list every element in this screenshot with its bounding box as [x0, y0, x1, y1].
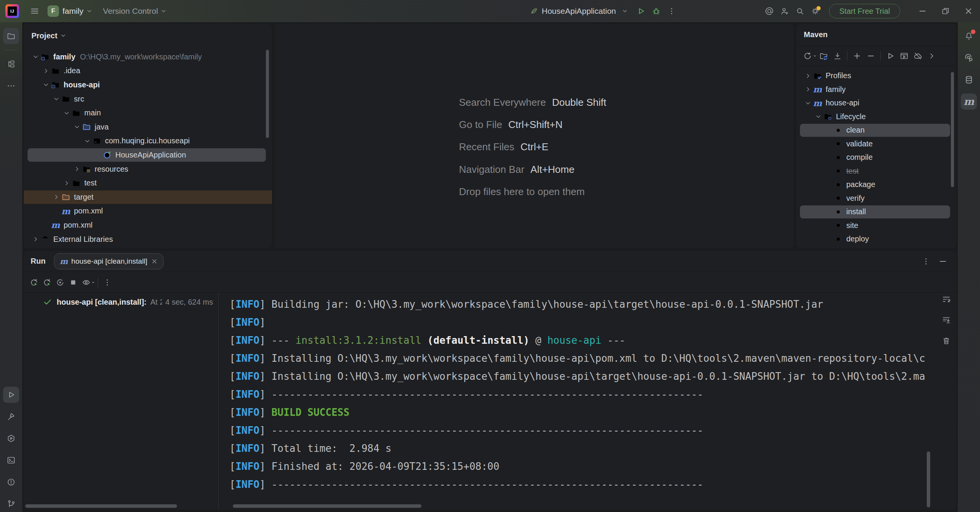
stripe-button-project[interactable]	[3, 28, 19, 44]
stripe-button-maven[interactable]: m	[961, 94, 977, 110]
tree-row-external-libraries[interactable]: External Libraries	[24, 232, 272, 246]
download-sources-button[interactable]	[831, 49, 844, 63]
debug-button[interactable]	[649, 3, 664, 19]
chevron-down-icon[interactable]	[31, 53, 41, 61]
toggle-offline-mode-button[interactable]	[911, 49, 925, 63]
tree-row-clean[interactable]: clean	[796, 123, 956, 137]
chevron-right-icon[interactable]	[62, 179, 72, 187]
chevron-down-icon[interactable]	[62, 109, 72, 117]
tree-row-family[interactable]: mfamily	[796, 83, 956, 97]
stop-process-button[interactable]	[54, 276, 67, 289]
run-configuration-selector[interactable]: HouseApiApplication	[526, 3, 631, 19]
tree-row-package[interactable]: package	[796, 178, 956, 192]
stripe-button-build[interactable]	[3, 409, 19, 425]
stripe-button-ai-assistant[interactable]	[961, 50, 977, 66]
tree-row-install[interactable]: install	[796, 205, 956, 219]
tree-row-validate[interactable]: validate	[796, 137, 956, 151]
chevron-right-icon[interactable]	[803, 85, 813, 93]
project-widget-button[interactable]: F family	[44, 3, 95, 19]
chevron-down-icon[interactable]	[72, 123, 82, 131]
tree-row-site[interactable]: site	[796, 219, 956, 233]
execute-maven-goal-button[interactable]	[897, 49, 911, 63]
stop-button[interactable]	[67, 276, 80, 289]
project-vertical-scrollbar[interactable]	[266, 50, 269, 138]
run-tab-house-api[interactable]: m house-api [clean,install]	[54, 253, 164, 269]
stripe-button-services[interactable]	[3, 430, 19, 446]
run-maven-goal-button[interactable]	[883, 49, 897, 63]
run-tree-horizontal-scrollbar[interactable]	[25, 504, 177, 508]
stripe-button-version-control[interactable]	[3, 496, 19, 512]
settings-button[interactable]	[808, 3, 823, 19]
console-vertical-scrollbar[interactable]	[927, 451, 930, 507]
window-restore-button[interactable]	[934, 0, 957, 22]
rerun-button[interactable]	[28, 276, 41, 289]
tree-row-deploy[interactable]: deploy	[796, 232, 956, 246]
tree-row-resources[interactable]: resources	[24, 162, 272, 176]
more-button[interactable]	[101, 276, 114, 289]
chevron-down-icon[interactable]	[60, 33, 66, 39]
tree-row-target[interactable]: target	[24, 190, 272, 204]
reload-all-maven-projects-button[interactable]	[817, 49, 831, 63]
code-with-me-button[interactable]	[777, 3, 792, 19]
stripe-button-database[interactable]	[961, 72, 977, 88]
tree-row-.idea[interactable]: .idea	[24, 64, 272, 78]
main-menu-button[interactable]	[27, 3, 42, 19]
more-actions-button[interactable]	[925, 49, 939, 63]
restart-button[interactable]	[41, 276, 54, 289]
tree-row-main[interactable]: main	[24, 106, 272, 120]
stripe-button-notifications[interactable]	[961, 28, 977, 44]
run-panel-hide-button[interactable]	[936, 255, 949, 268]
console-horizontal-scrollbar[interactable]	[233, 504, 421, 508]
tree-row-test[interactable]: test	[796, 164, 956, 178]
tree-row-family[interactable]: familyO:\HQ\3.my_work\workspace\family	[24, 50, 272, 64]
chevron-right-icon[interactable]	[41, 67, 51, 75]
ai-assistant-button[interactable]	[762, 3, 777, 19]
unlink-maven-project-button[interactable]	[864, 49, 878, 63]
chevron-down-icon[interactable]	[813, 113, 823, 120]
tree-row-compile[interactable]: compile	[796, 151, 956, 164]
tree-row-house-api[interactable]: house-api	[24, 78, 272, 92]
start-free-trial-button[interactable]: Start Free Trial	[829, 4, 900, 18]
vcs-widget-button[interactable]: Version Control	[100, 3, 170, 19]
chevron-right-icon[interactable]	[31, 235, 41, 243]
stripe-button-more-tool-windows[interactable]	[3, 78, 19, 94]
soft-wrap-button[interactable]	[940, 293, 953, 306]
sync-all-projects-button[interactable]	[801, 49, 814, 63]
tree-row-profiles[interactable]: Profiles	[796, 69, 956, 83]
dropdown-caret-icon[interactable]	[813, 54, 817, 58]
tree-row-pom.xml[interactable]: mpom.xml	[24, 204, 272, 218]
clear-all-button[interactable]	[940, 334, 953, 347]
stripe-button-terminal[interactable]	[3, 452, 19, 468]
chevron-down-icon[interactable]	[82, 137, 92, 145]
scroll-to-end-button[interactable]	[940, 313, 953, 327]
chevron-right-icon[interactable]	[51, 193, 61, 201]
tree-row-java[interactable]: java	[24, 120, 272, 134]
chevron-down-icon[interactable]	[41, 81, 51, 89]
chevron-right-icon[interactable]	[803, 72, 813, 80]
tab-close-icon[interactable]	[151, 258, 158, 265]
dropdown-caret-icon[interactable]	[91, 280, 95, 285]
run-panel-options-button[interactable]	[919, 255, 932, 268]
tree-row-houseapiapplication[interactable]: HouseApiApplication	[24, 148, 272, 162]
more-run-actions-button[interactable]	[664, 3, 679, 19]
add-maven-project-button[interactable]	[850, 49, 864, 63]
stripe-button-problems[interactable]	[3, 474, 19, 490]
tree-row-test[interactable]: test	[24, 176, 272, 190]
tree-row-com.huqing.icu.houseapi[interactable]: com.huqing.icu.houseapi	[24, 134, 272, 148]
view-options-button[interactable]	[80, 276, 93, 289]
tree-row-verify[interactable]: verify	[796, 192, 956, 205]
run-result-item[interactable]: house-api [clean,install]: At 202 4 sec,…	[43, 297, 213, 307]
maven-vertical-scrollbar[interactable]	[951, 72, 954, 187]
tree-row-house-api[interactable]: mhouse-api	[796, 96, 956, 110]
search-everywhere-button[interactable]	[792, 3, 808, 19]
chevron-down-icon[interactable]	[51, 95, 61, 103]
chevron-down-icon[interactable]	[803, 99, 813, 107]
stripe-button-structure[interactable]	[3, 56, 19, 72]
tree-row-pom.xml[interactable]: mpom.xml	[24, 218, 272, 232]
run-button[interactable]	[633, 3, 649, 19]
window-minimize-button[interactable]	[911, 0, 934, 22]
tree-row-src[interactable]: src	[24, 92, 272, 106]
tree-row-lifecycle[interactable]: Lifecycle	[796, 110, 956, 124]
window-close-button[interactable]	[957, 0, 980, 22]
stripe-button-run[interactable]	[3, 387, 19, 403]
